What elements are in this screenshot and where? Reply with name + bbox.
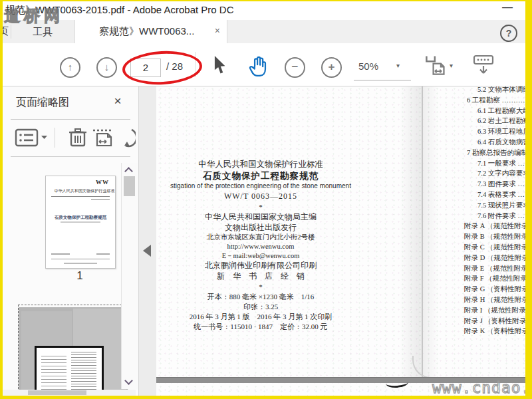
- acrobat-window: 规范》WWT0063-2015.pdf - Adobe Acrobat Pro …: [0, 0, 532, 399]
- tab-divider: [11, 25, 11, 39]
- page-text-line: E－mail:web@wenwu.com: [158, 251, 364, 261]
- collapse-panel-icon[interactable]: [143, 245, 151, 257]
- sidebar-horizontal-scrollbar[interactable]: [3, 390, 136, 396]
- page-text-line: 统一书号：115010 · 1847 定价：32.00 元: [158, 322, 364, 332]
- toc-line: 附录 H （规范性附录: [464, 295, 525, 305]
- panel-close-icon[interactable]: ×: [110, 94, 125, 108]
- page-count-label: / 28: [166, 61, 183, 72]
- page-text-line: *: [158, 281, 364, 292]
- page-text-line: 新 华 书 店 经 销: [158, 271, 364, 282]
- thumbnails-panel: 页面缩略图 ×: [3, 86, 138, 396]
- panel-divider: [11, 156, 130, 157]
- toc-line: 附录 B （规范性附录: [464, 231, 525, 242]
- toc-line: 7.1 一般要求 …: [464, 158, 525, 169]
- toc-line: 7.5 现状照片要求: [464, 200, 525, 211]
- zoom-in-button[interactable]: +: [321, 57, 342, 78]
- watermark-bottom-right: www.cndao.com: [432, 379, 525, 396]
- rotate-page-button[interactable]: [118, 127, 136, 148]
- zoom-level-input[interactable]: 50%: [358, 61, 378, 72]
- document-view[interactable]: 中华人民共和国文物保护行业标准石质文物保护工程勘察规范stigation of …: [156, 86, 525, 396]
- thumbnail-page-1[interactable]: WW 中华人民共和国文物保护行业标准 石质文物保护工程勘察规范: [45, 176, 116, 269]
- scrollbar-thumb[interactable]: [28, 390, 86, 395]
- page-text-line: 石质文物保护工程勘察规范: [158, 170, 364, 182]
- toc-line: 附录 J （资料性附录: [464, 316, 525, 327]
- rotate-ccw-icon: [118, 127, 136, 148]
- help-icon[interactable]: ?: [500, 25, 517, 42]
- toc-line: 附录 F （规范性附录: [464, 273, 525, 284]
- page-number-input[interactable]: 2: [130, 59, 161, 77]
- scroll-down-icon[interactable]: [126, 378, 132, 385]
- toc-line: 6.2 岩土工程勘察: [464, 116, 525, 126]
- toc-line: 附录 C （规范性附录: [464, 242, 525, 253]
- tab-document-active[interactable]: 察规范》WWT0063... ×: [74, 20, 227, 43]
- toc-line: 附录 K （资料性附录: [464, 326, 525, 336]
- scroll-up-icon[interactable]: [126, 167, 132, 174]
- book-gutter-line: [422, 86, 423, 378]
- page-text-line: 2016 年 3 月第 1 版 2016 年 3 月第 1 次印刷: [158, 312, 364, 322]
- fit-dropdown-caret-icon[interactable]: ▾: [450, 62, 453, 69]
- page-text-line: 北京鹏润伟业印刷有限公司印刷: [158, 261, 364, 271]
- scrollbar-thumb[interactable]: [124, 176, 135, 196]
- trash-icon: [68, 127, 88, 148]
- main-toolbar: ↑ ↓ 2 / 28 − + 50% ▾: [3, 43, 525, 86]
- hand-icon: [248, 55, 269, 76]
- toc-line: 6.1 工程勘察大纲: [464, 106, 525, 116]
- hand-tool-button[interactable]: [248, 55, 269, 76]
- zoom-input-underline: [354, 80, 411, 80]
- title-bar: 规范》WWT0063-2015.pdf - Adobe Acrobat Pro …: [3, 1, 525, 20]
- toc-line: 7 勘察总报告的编制: [464, 148, 525, 158]
- toc-line: 附录 A （规范性附录: [464, 221, 525, 231]
- tab-tools[interactable]: 工具: [12, 20, 73, 43]
- page-text-line: stigation of the protection engineering …: [158, 182, 364, 191]
- minimize-button[interactable]: —: [499, 1, 516, 17]
- arrow-up-icon: ↑: [68, 61, 73, 72]
- thumbnail-page-2-selected[interactable]: [19, 305, 128, 396]
- crop-pages-button[interactable]: [92, 127, 114, 148]
- toc-line: 6 工程勘察 ……………: [464, 95, 525, 106]
- toolbar-divider: [55, 128, 55, 148]
- delete-page-button[interactable]: [68, 127, 88, 148]
- cursor-arrow-icon: [213, 56, 227, 74]
- page-text-line: WW/T 0063—2015: [158, 191, 364, 201]
- panel-divider: [11, 119, 130, 120]
- toolbar-collapse-icon: [472, 55, 495, 76]
- tab-home-partial[interactable]: 主页: [3, 20, 11, 43]
- fit-width-icon: [424, 54, 447, 76]
- zoom-dropdown-caret-icon[interactable]: ▾: [396, 62, 400, 69]
- colophon-page: 中华人民共和国文物保护行业标准石质文物保护工程勘察规范stigation of …: [158, 158, 364, 332]
- page-text-line: *: [158, 201, 364, 212]
- zoom-out-button[interactable]: −: [285, 57, 305, 78]
- options-list-icon: [15, 128, 48, 148]
- tab-document-label: 察规范》WWT0063...: [99, 25, 194, 38]
- plus-icon: +: [329, 61, 335, 73]
- window-title: 规范》WWT0063-2015.pdf - Adobe Acrobat Pro …: [5, 4, 233, 17]
- select-tool-button[interactable]: [213, 56, 227, 74]
- crop-spread-icon: [92, 127, 114, 148]
- page-text-line: 北京市东城区东直门内北小街2号楼: [158, 233, 364, 242]
- toc-line: 5.2 文物本体调绘: [464, 86, 525, 95]
- page-text-line: 印张：3.25: [158, 302, 364, 312]
- thumbnail-options-button[interactable]: [15, 128, 48, 148]
- fit-width-button[interactable]: [424, 54, 447, 76]
- toolbar-separator: [196, 52, 196, 77]
- tab-bar: 主页 工具 察规范》WWT0063... × ?: [3, 20, 525, 43]
- toc-line: 7.2 文字内容要求: [464, 168, 525, 179]
- thumbnail-toolbar: [3, 126, 138, 153]
- tab-close-icon[interactable]: ×: [215, 25, 220, 36]
- toc-line: 7.3 图件要求 …: [464, 179, 525, 190]
- toc-page: 5.2 文物本体调绘6 工程勘察 ……………6.1 工程勘察大纲6.2 岩土工程…: [464, 86, 525, 336]
- sidebar-vertical-scrollbar[interactable]: [121, 163, 138, 389]
- previous-page-button[interactable]: ↑: [60, 57, 80, 78]
- page-view-box[interactable]: [35, 346, 104, 396]
- minus-icon: −: [292, 61, 299, 73]
- spread-image: [19, 307, 128, 396]
- toc-line: 附录 I （规范性附录: [464, 305, 525, 316]
- panel-gutter: [138, 86, 157, 396]
- toolbar-collapse-button[interactable]: [472, 55, 495, 76]
- arrow-down-icon: ↓: [104, 61, 110, 72]
- toc-line: 附录 D （规范性附录: [464, 253, 525, 263]
- toc-line: 附录 E （规范性附录: [464, 263, 525, 274]
- toc-line: 6.4 石质文物病害: [464, 137, 525, 148]
- next-page-button[interactable]: ↓: [96, 57, 117, 78]
- page-text-line: 开本：880 毫米 ×1230 毫米 1/16: [158, 292, 364, 302]
